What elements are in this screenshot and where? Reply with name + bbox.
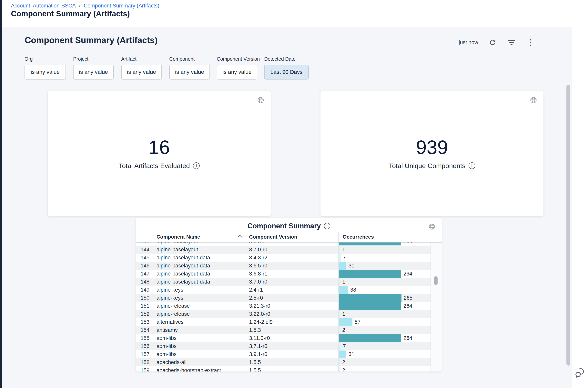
filter-group-org: Orgis any value (24, 56, 66, 79)
occurrence-bar (339, 367, 340, 371)
stat-value: 16 (149, 138, 170, 157)
globe-icon[interactable] (530, 97, 537, 105)
cell-row-number: 143 (136, 242, 153, 246)
cell-component-name: alpine-baselayout-data (153, 270, 245, 278)
filter-value-button[interactable]: is any value (24, 65, 66, 79)
page-title: Component Summary (Artifacts) (11, 9, 130, 18)
stat-card-total-components: 939 Total Unique Components i (321, 91, 544, 216)
occurrence-value: 2 (342, 359, 345, 365)
table-row: 152alpine-release3.22.0-r01 (136, 310, 431, 318)
cell-row-number: 146 (136, 262, 153, 270)
cell-component-name: apacheds-bootstrap-extract (153, 366, 245, 371)
occurrence-value: 264 (403, 271, 412, 277)
info-icon[interactable]: i (469, 162, 475, 169)
filter-group-project: Projectis any value (73, 56, 114, 79)
component-summary-table-card: Component Summary i Component Name Compo… (136, 218, 442, 371)
filter-value-button[interactable]: is any value (169, 65, 210, 79)
cell-occurrences: 264 (338, 270, 431, 278)
cell-row-number: 157 (136, 350, 153, 358)
occurrence-bar (339, 270, 401, 278)
cell-occurrences: 31 (338, 262, 431, 270)
app-root: Account: Automation-SSCA › Component Sum… (0, 0, 588, 388)
page-header: Account: Automation-SSCA › Component Sum… (2, 0, 588, 26)
info-icon[interactable]: i (324, 223, 330, 229)
breadcrumb: Account: Automation-SSCA › Component Sum… (11, 3, 159, 9)
cell-component-name: alpine-baselayout (153, 246, 245, 254)
cell-component-version: 3.7.0-r0 (245, 246, 338, 254)
breadcrumb-account-link[interactable]: Account: Automation-SSCA (11, 3, 76, 9)
nav-sidebar-edge[interactable] (0, 0, 2, 388)
cell-row-number: 149 (136, 286, 153, 294)
filter-value-button[interactable]: is any value (217, 65, 257, 79)
refresh-button[interactable] (488, 38, 497, 47)
cell-occurrences: 264 (338, 334, 431, 342)
dashboard-controls: just now (459, 38, 535, 47)
cell-component-version: 1.5.5 (245, 366, 338, 371)
table-row: 159apacheds-bootstrap-extract1.5.52 (136, 366, 431, 371)
cell-component-version: 3.7.1-r0 (245, 342, 338, 350)
occurrence-bar (339, 286, 348, 294)
breadcrumb-page-link[interactable]: Component Summary (Artifacts) (84, 3, 159, 9)
occurrence-value: 264 (403, 303, 412, 309)
cell-component-version: 3.21.3-r0 (245, 302, 338, 310)
sort-asc-icon (238, 235, 242, 240)
panel-scrollbar-thumb[interactable] (566, 85, 570, 366)
occurrence-value: 2 (342, 367, 345, 371)
column-header-occurrences[interactable]: Occurrences (338, 232, 431, 242)
cell-occurrences: 1 (338, 310, 431, 318)
stat-value: 939 (416, 138, 448, 157)
cell-row-number: 148 (136, 278, 153, 286)
filter-label: Artifact (121, 56, 162, 62)
table-row: 149alpine-keys2.4-r138 (136, 286, 431, 294)
cell-row-number: 156 (136, 342, 153, 350)
table-row: 146alpine-baselayout-data3.6.5-r031 (136, 262, 431, 270)
occurrence-bar (339, 350, 346, 358)
refresh-icon (489, 39, 497, 46)
chat-support-icon[interactable] (574, 367, 586, 379)
table-row: 154antisamy1.5.32 (136, 326, 431, 334)
cell-occurrences: 2 (338, 326, 431, 334)
cell-component-name: alpine-baselayout-data (153, 278, 245, 286)
table-scrollbar-thumb[interactable] (434, 276, 437, 285)
cell-component-name: alpine-baselayout-data (153, 262, 245, 270)
globe-icon[interactable] (428, 223, 436, 231)
cell-occurrences: 31 (338, 350, 431, 358)
dashboard-filters-button[interactable] (507, 38, 516, 47)
table-scrollbar-track[interactable] (431, 242, 442, 371)
occurrence-value: 265 (404, 295, 413, 301)
filter-value-button[interactable]: is any value (121, 65, 162, 79)
cell-row-number: 150 (136, 294, 153, 302)
info-icon[interactable]: i (193, 162, 200, 169)
cell-occurrences: 2 (338, 366, 431, 371)
header-gutter (431, 232, 442, 242)
cell-row-number: 151 (136, 302, 153, 310)
cell-occurrences: 1 (338, 246, 431, 254)
cell-component-version: 1.5.3 (245, 326, 338, 334)
occurrence-value: 31 (348, 263, 354, 269)
globe-icon[interactable] (257, 97, 264, 105)
filter-value-button[interactable]: Last 90 Days (264, 65, 309, 79)
cell-row-number: 153 (136, 318, 153, 326)
cell-occurrences: 7 (338, 342, 431, 350)
dashboard-more-menu-button[interactable] (526, 38, 535, 47)
occurrence-bar (339, 326, 340, 334)
table-title: Component Summary (247, 222, 321, 230)
column-header-component-name[interactable]: Component Name (153, 232, 245, 242)
filter-value-button[interactable]: is any value (73, 65, 114, 79)
cell-row-number: 145 (136, 254, 153, 262)
cell-component-name: alpine-release (153, 310, 245, 318)
kebab-menu-icon (530, 39, 531, 46)
cell-component-version: 3.6.5-r0 (245, 262, 338, 270)
breadcrumb-chevron-icon: › (79, 2, 81, 9)
column-header-component-version[interactable]: Component Version (245, 232, 338, 242)
table-row: 150alpine-keys2.5-r0265 (136, 294, 431, 302)
occurrence-bar (339, 359, 340, 366)
filter-group-component: Componentis any value (169, 56, 210, 79)
occurrence-bar (339, 262, 346, 270)
occurrence-bar (339, 294, 401, 302)
table-body[interactable]: 143alpine-baselayout3.6.8-r1264144alpine… (136, 242, 431, 371)
occurrence-value: 1 (342, 247, 345, 253)
occurrence-value: 264 (403, 335, 412, 341)
occurrence-value: 38 (350, 287, 356, 293)
table-row: 147alpine-baselayout-data3.6.8-r1264 (136, 270, 431, 278)
